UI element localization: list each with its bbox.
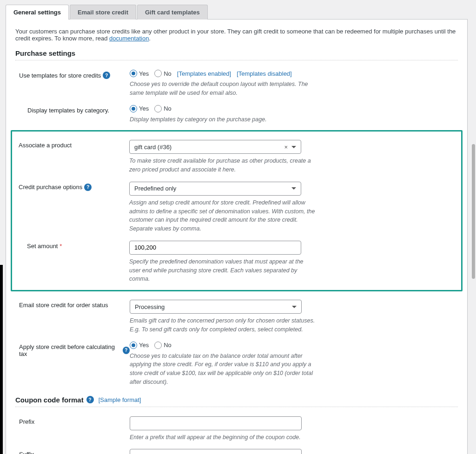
sample-format-link[interactable]: [Sample format]: [99, 396, 141, 403]
help-associate: To make store credit available for purch…: [129, 157, 315, 174]
label-email-status: Email store credit for order status: [15, 300, 130, 309]
coupon-format-title: Coupon code format ? [Sample format]: [15, 396, 458, 407]
row-credit-options: Credit purchase options ? Predefined onl…: [15, 178, 458, 237]
radio-checked-icon: [130, 342, 137, 349]
label-text: Credit purchase options: [19, 184, 82, 191]
templates-disabled-link[interactable]: [Templates disabled]: [237, 70, 292, 77]
label-display-category: Display templates by category.: [15, 105, 130, 114]
help-display-category: Display templates by category on the pur…: [130, 115, 316, 124]
help-icon[interactable]: ?: [84, 184, 92, 191]
associate-product-select[interactable]: gift card (#36) ×: [129, 140, 301, 154]
purchase-settings-title: Purchase settings: [15, 49, 458, 60]
label-text: Set amount: [27, 243, 58, 250]
label-text: Email store credit for order status: [19, 302, 108, 309]
help-set-amount: Specify the predefined denomination valu…: [129, 257, 315, 283]
label-credit-options: Credit purchase options ?: [15, 182, 129, 191]
display-category-no[interactable]: No: [154, 105, 172, 112]
highlight-box: Associate a product gift card (#36) × To…: [11, 130, 463, 291]
tab-general[interactable]: General settings: [6, 5, 69, 20]
select-value: gift card (#36): [134, 144, 172, 151]
help-email-status: Emails gift card to the concerned person…: [130, 316, 316, 334]
help-prefix: Enter a prefix that will appear at the b…: [130, 433, 316, 442]
documentation-link[interactable]: documentation: [109, 35, 149, 42]
help-before-tax: Choose yes to calculate tax on the balan…: [130, 352, 316, 387]
radio-unchecked-icon: [154, 70, 162, 77]
row-email-status: Email store credit for order status Proc…: [15, 296, 458, 338]
chevron-down-icon: [291, 187, 296, 190]
intro-part1: Your customers can purchase store credit…: [15, 28, 456, 42]
select-value: Predefined only: [134, 185, 176, 192]
email-status-select[interactable]: Processing: [130, 300, 302, 314]
label-prefix: Prefix: [15, 416, 130, 425]
row-display-category: Display templates by category. Yes No Di…: [15, 101, 458, 128]
purchase-title-text: Purchase settings: [15, 49, 75, 57]
settings-panel: Your customers can purchase store credit…: [6, 19, 468, 454]
row-use-templates: Use templates for store credits ? Yes No…: [15, 66, 458, 101]
label-associate-product: Associate a product: [15, 140, 129, 149]
label-text: Associate a product: [19, 142, 72, 149]
row-associate-product: Associate a product gift card (#36) × To…: [15, 136, 458, 178]
select-value: Processing: [135, 303, 165, 310]
use-templates-no[interactable]: No: [154, 70, 172, 77]
radio-checked-icon: [130, 70, 137, 77]
help-icon[interactable]: ?: [123, 347, 130, 354]
required-star: *: [60, 243, 62, 250]
radio-label: Yes: [139, 342, 149, 349]
use-templates-yes[interactable]: Yes: [130, 70, 149, 77]
label-suffix: Suffix: [15, 449, 130, 454]
help-icon[interactable]: ?: [86, 396, 94, 403]
scrollbar[interactable]: [472, 144, 475, 279]
intro-text: Your customers can purchase store credit…: [15, 28, 458, 42]
label-text: Apply store credit before calculating ta…: [19, 343, 121, 357]
row-set-amount: Set amount * Specify the predefined deno…: [15, 237, 458, 287]
prefix-field[interactable]: [135, 420, 297, 427]
clear-icon[interactable]: ×: [284, 144, 288, 151]
row-prefix: Prefix Enter a prefix that will appear a…: [15, 413, 458, 446]
radio-label: Yes: [139, 70, 149, 77]
chevron-down-icon: [292, 306, 297, 308]
help-icon[interactable]: ?: [103, 72, 110, 79]
label-before-tax: Apply store credit before calculating ta…: [15, 342, 130, 357]
radio-checked-icon: [130, 105, 137, 112]
side-black-bar: [0, 265, 3, 454]
chevron-down-icon: [291, 146, 296, 148]
help-credit-options: Assign and setup credit amount for store…: [129, 198, 315, 233]
label-set-amount: Set amount *: [15, 241, 129, 250]
tabs-bar: General settings Email store credit Gift…: [6, 5, 476, 20]
before-tax-no[interactable]: No: [154, 342, 172, 349]
label-text: Use templates for store credits: [19, 72, 101, 79]
row-before-tax: Apply store credit before calculating ta…: [15, 338, 458, 390]
label-text: Display templates by category.: [19, 107, 109, 114]
before-tax-yes[interactable]: Yes: [130, 342, 149, 349]
row-suffix: Suffix Specify a suffix that will appear…: [15, 445, 458, 454]
radio-label: Yes: [139, 105, 149, 112]
tab-email[interactable]: Email store credit: [70, 5, 136, 20]
set-amount-input[interactable]: [129, 241, 301, 255]
intro-part2: .: [149, 35, 151, 42]
radio-unchecked-icon: [154, 105, 162, 112]
radio-unchecked-icon: [154, 342, 162, 349]
radio-label: No: [164, 105, 172, 112]
templates-enabled-link[interactable]: [Templates enabled]: [177, 70, 231, 77]
radio-label: No: [164, 342, 172, 349]
label-use-templates: Use templates for store credits ?: [15, 70, 130, 79]
prefix-input[interactable]: [130, 416, 302, 430]
coupon-title-text: Coupon code format: [15, 396, 84, 404]
suffix-input[interactable]: [130, 449, 302, 454]
tab-gift[interactable]: Gift card templates: [137, 5, 208, 20]
label-text: Prefix: [19, 418, 34, 425]
help-use-templates: Choose yes to override the default coupo…: [130, 80, 316, 98]
radio-label: No: [164, 70, 172, 77]
label-text: Suffix: [19, 451, 34, 454]
credit-options-select[interactable]: Predefined only: [129, 182, 301, 196]
set-amount-field[interactable]: [134, 244, 296, 251]
display-category-yes[interactable]: Yes: [130, 105, 149, 112]
